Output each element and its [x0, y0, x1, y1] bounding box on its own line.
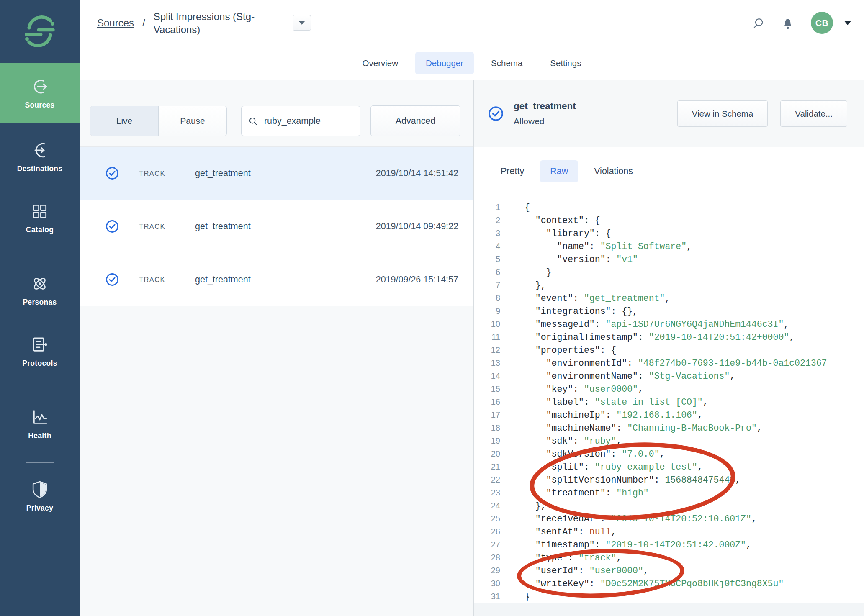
- code-line: 13 "environmentId": "48f274b0-7693-11e9-…: [474, 357, 864, 370]
- code-token-string: "Channing-B-MacBook-Pro": [627, 423, 757, 433]
- event-detail-panel: get_treatment Allowed View in Schema Val…: [473, 80, 864, 616]
- tab-schema[interactable]: Schema: [481, 52, 533, 74]
- bell-icon[interactable]: [782, 16, 794, 30]
- code-token-default: ,: [697, 410, 703, 420]
- code-line: 20 "sdkVersion": "7.0.0",: [474, 447, 864, 460]
- payload-tab-pretty[interactable]: Pretty: [491, 160, 534, 182]
- code-token-string: "get_treatment": [584, 293, 665, 303]
- sidebar-item-catalog[interactable]: Catalog: [0, 190, 80, 246]
- code-line: 31}: [474, 590, 864, 603]
- debugger-toolbar: Live Pause Advanced: [90, 105, 473, 136]
- code-line: 10 "messageId": "api-1SD7Ur6NGY6Q4jaNDhE…: [474, 318, 864, 331]
- code-token-string: "7.0.0": [622, 449, 659, 459]
- code-token-default: ,: [697, 462, 703, 472]
- code-token-default: "machineIp":: [525, 410, 616, 420]
- line-number: 28: [474, 551, 500, 564]
- line-number: 30: [474, 577, 500, 590]
- code-line: 11 "originalTimestamp": "2019-10-14T20:5…: [474, 331, 864, 344]
- line-number: 31: [474, 590, 500, 603]
- code-line: 27 "timestamp": "2019-10-14T20:51:42.000…: [474, 538, 864, 551]
- sidebar-item-health[interactable]: Health: [0, 396, 80, 452]
- line-number: 10: [474, 318, 500, 331]
- code-token-default: "environmentName":: [525, 371, 649, 381]
- event-row[interactable]: TRACKget_treatment2019/09/26 15:14:57: [80, 253, 473, 306]
- sidebar-item-label: Catalog: [26, 226, 54, 234]
- view-in-schema-button[interactable]: View in Schema: [677, 100, 768, 127]
- code-token-default: "label":: [525, 397, 595, 407]
- code-token-string: "2019-10-14T20:51:42+0000": [649, 332, 789, 342]
- event-timestamp: 2019/10/14 09:49:22: [376, 221, 458, 232]
- line-number: 1: [474, 201, 500, 214]
- event-name: get_treatment: [195, 221, 251, 232]
- code-token-default: "userId":: [525, 566, 589, 576]
- line-number: 14: [474, 370, 500, 382]
- code-token-string: "192.168.1.106": [616, 410, 697, 420]
- privacy-icon: [30, 480, 49, 499]
- line-number: 18: [474, 421, 500, 434]
- line-number: 7: [474, 279, 500, 292]
- avatar[interactable]: CB: [811, 12, 833, 34]
- code-line: 30 "writeKey": "D0c52M2K75TM6CPqo8bHKj0f…: [474, 577, 864, 590]
- tab-overview[interactable]: Overview: [352, 52, 409, 74]
- sidebar-item-label: Sources: [25, 101, 54, 110]
- account-menu-chevron-icon[interactable]: [844, 21, 851, 25]
- destinations-icon: [30, 141, 49, 160]
- code-token-default: ,: [703, 397, 708, 407]
- tab-settings[interactable]: Settings: [540, 52, 591, 74]
- sidebar-item-destinations[interactable]: Destinations: [0, 129, 80, 185]
- top-bar-actions: CB: [752, 12, 851, 34]
- code-line: 8 "event": "get_treatment",: [474, 292, 864, 305]
- code-token-default: ,: [660, 449, 665, 459]
- code-token-null: null: [589, 527, 611, 537]
- raw-json-view: 1{2 "context": {3 "library": {4 "name": …: [474, 195, 864, 603]
- event-type: TRACK: [139, 223, 190, 231]
- payload-tab-violations[interactable]: Violations: [584, 160, 643, 182]
- advanced-button[interactable]: Advanced: [370, 105, 460, 136]
- sidebar-item-sources[interactable]: Sources: [0, 63, 80, 123]
- event-row[interactable]: TRACKget_treatment2019/10/14 09:49:22: [80, 200, 473, 253]
- code-line: 23 "treatment": "high": [474, 486, 864, 499]
- line-number: 17: [474, 408, 500, 421]
- search-icon[interactable]: [752, 17, 765, 29]
- event-row[interactable]: TRACKget_treatment2019/10/14 14:51:42: [80, 147, 473, 200]
- code-token-default: ,: [789, 332, 795, 342]
- line-number: 15: [474, 382, 500, 395]
- event-list: TRACKget_treatment2019/10/14 14:51:42 TR…: [80, 146, 473, 306]
- tab-debugger[interactable]: Debugger: [415, 52, 474, 74]
- sidebar-item-privacy[interactable]: Privacy: [0, 469, 80, 524]
- line-number: 12: [474, 344, 500, 357]
- live-toggle-button[interactable]: Live: [90, 106, 159, 136]
- code-token-default: "originalTimestamp":: [525, 332, 649, 342]
- search-input[interactable]: [263, 116, 353, 127]
- sidebar-item-personas[interactable]: Personas: [0, 263, 80, 318]
- code-token-default: ,: [784, 319, 789, 329]
- code-line: 12 "properties": {: [474, 344, 864, 357]
- code-token-default: },: [525, 501, 546, 511]
- line-number: 9: [474, 305, 500, 318]
- code-line: 24 },: [474, 499, 864, 512]
- code-token-default: ,: [611, 527, 616, 537]
- chevron-down-icon: [299, 21, 305, 25]
- code-line: 28 "type": "track",: [474, 551, 864, 564]
- event-type: TRACK: [139, 169, 190, 177]
- code-token-default: "type":: [525, 553, 579, 563]
- line-number: 4: [474, 240, 500, 253]
- sidebar-item-protocols[interactable]: Protocols: [0, 324, 80, 379]
- code-token-default: ,: [616, 436, 622, 446]
- pause-toggle-button[interactable]: Pause: [159, 106, 226, 136]
- code-token-default: "integrations": {},: [525, 306, 638, 316]
- source-switcher-button[interactable]: [293, 15, 311, 31]
- segment-logo[interactable]: [0, 0, 80, 63]
- code-token-string: "api-1SD7Ur6NGY6Q4jaNDhEm1446c3I": [606, 319, 784, 329]
- sidebar-divider: [26, 257, 54, 257]
- line-number: 23: [474, 486, 500, 499]
- health-icon: [30, 408, 49, 427]
- sidebar-divider: [26, 462, 54, 463]
- breadcrumb-sources-link[interactable]: Sources: [97, 17, 134, 29]
- breadcrumb-separator: /: [142, 17, 145, 29]
- validate-button[interactable]: Validate...: [780, 100, 847, 127]
- code-token-default: ,: [665, 293, 670, 303]
- payload-tab-raw[interactable]: Raw: [540, 160, 578, 182]
- code-token-default: "machineName":: [525, 423, 627, 433]
- line-number: 24: [474, 499, 500, 512]
